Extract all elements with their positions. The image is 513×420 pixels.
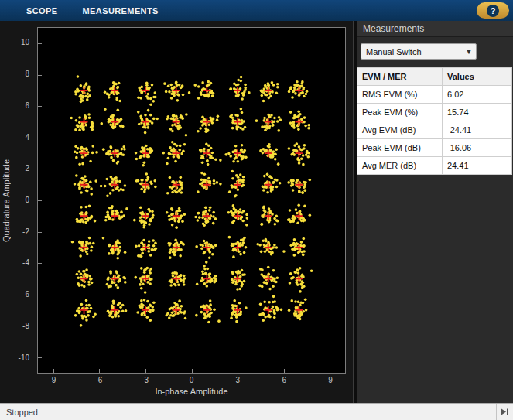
table-cell: Peak EVM (dB) — [357, 139, 443, 157]
plot-axes — [37, 27, 346, 374]
measurements-table: EVM / MERValues RMS EVM (%)6.02Peak EVM … — [357, 67, 512, 175]
measurement-select-dropdown[interactable]: Manual Switch ▼ — [361, 43, 477, 60]
x-axis-ticks: -9-6-30369 — [37, 376, 346, 386]
measurements-table-head-row: EVM / MERValues — [357, 68, 512, 86]
x-tick-label: 3 — [236, 376, 241, 384]
y-tick-label: -2 — [22, 227, 29, 237]
x-axis-label: In-phase Amplitude — [37, 387, 346, 396]
y-tick-label: 2 — [25, 164, 29, 173]
table-header-cell: Values — [443, 68, 512, 86]
y-tick-label: 4 — [25, 133, 29, 142]
y-axis-label: Quadrature Amplitude — [2, 27, 11, 374]
help-button[interactable]: ? — [477, 2, 509, 19]
step-forward-icon[interactable] — [496, 404, 513, 420]
measurements-table-body: RMS EVM (%)6.02Peak EVM (%)15.74Avg EVM … — [357, 86, 512, 175]
table-cell: Avg EVM (dB) — [357, 121, 443, 139]
table-cell: Peak EVM (%) — [357, 104, 443, 121]
x-tick-label: 9 — [328, 376, 333, 384]
x-tick-label: 0 — [190, 376, 194, 384]
table-cell: -24.41 — [443, 121, 512, 139]
measurements-panel: Measurements Manual Switch ▼ EVM / MERVa… — [357, 21, 513, 403]
table-cell: -16.06 — [443, 139, 512, 157]
main-area: -10-8-6-4-20246810 -9-6-30369 In-phase A… — [0, 21, 513, 403]
constellation-canvas — [38, 28, 345, 373]
x-tick-label: -9 — [49, 376, 56, 384]
x-tick-label: -6 — [95, 376, 102, 384]
tab-scope[interactable]: SCOPE — [14, 0, 70, 21]
table-row: Peak EVM (%)15.74 — [357, 104, 512, 121]
chevron-down-icon: ▼ — [462, 48, 476, 56]
tab-measurements[interactable]: MEASUREMENTS — [70, 0, 171, 21]
tab-scope-label: SCOPE — [26, 6, 58, 15]
skip-to-end-glyph — [501, 408, 509, 415]
table-cell: Avg MER (dB) — [357, 157, 443, 175]
y-tick-label: 6 — [25, 101, 29, 111]
table-cell: RMS EVM (%) — [357, 86, 443, 104]
table-row: Avg MER (dB)24.41 — [357, 157, 512, 175]
table-cell: 15.74 — [443, 104, 512, 121]
x-tick-label: -3 — [142, 376, 149, 384]
help-icon: ? — [487, 5, 499, 17]
tab-measurements-label: MEASUREMENTS — [83, 6, 159, 15]
status-bar: Stopped — [0, 403, 513, 420]
x-tick-label: 6 — [282, 376, 286, 384]
table-cell: 24.41 — [443, 157, 512, 175]
table-row: RMS EVM (%)6.02 — [357, 86, 512, 104]
constellation-figure: -10-8-6-4-20246810 -9-6-30369 In-phase A… — [0, 21, 353, 403]
table-row: Avg EVM (dB)-24.41 — [357, 121, 512, 139]
y-tick-label: -8 — [22, 322, 29, 331]
table-cell: 6.02 — [443, 86, 512, 104]
toolstrip: SCOPE MEASUREMENTS ? — [0, 0, 513, 21]
table-header-cell: EVM / MER — [357, 68, 443, 86]
y-tick-label: -6 — [22, 290, 29, 299]
table-row: Peak EVM (dB)-16.06 — [357, 139, 512, 157]
measurement-select-value: Manual Switch — [361, 47, 462, 56]
y-tick-label: -4 — [22, 258, 29, 268]
measurements-panel-title: Measurements — [357, 21, 513, 37]
y-tick-label: 0 — [25, 196, 29, 205]
y-tick-label: 10 — [21, 38, 29, 47]
status-text: Stopped — [0, 408, 496, 417]
y-tick-label: -10 — [19, 353, 29, 363]
y-tick-label: 8 — [25, 70, 29, 79]
